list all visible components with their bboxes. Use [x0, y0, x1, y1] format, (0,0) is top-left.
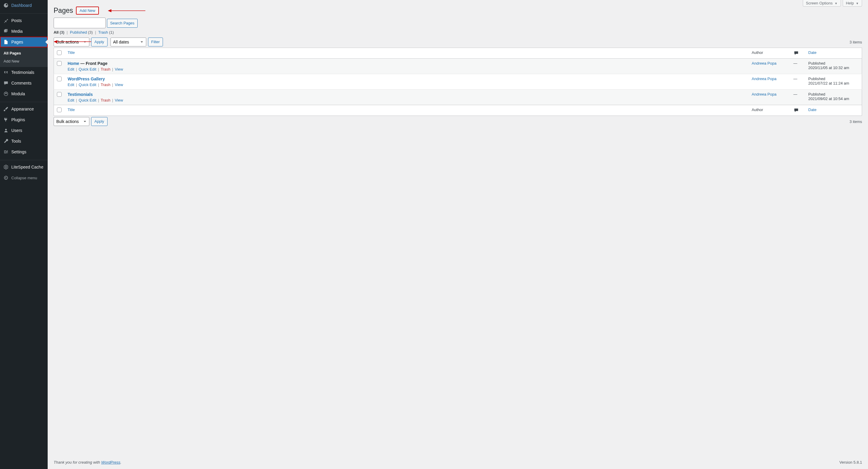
sidebar-item-dashboard[interactable]: Dashboard: [0, 0, 48, 11]
column-title[interactable]: Title: [68, 107, 75, 112]
items-count: 3 items: [849, 40, 862, 44]
sidebar-item-modula[interactable]: Modula: [0, 88, 48, 99]
top-tabs: Screen Options ▼ Help ▼: [54, 0, 862, 6]
collapse-menu[interactable]: Collapse menu: [0, 173, 48, 183]
select-all-checkbox[interactable]: [57, 107, 62, 112]
sidebar-item-pages[interactable]: Pages: [0, 37, 48, 48]
pages-table: Title Author Date Home — Front Page Edit…: [54, 48, 862, 116]
filter-published[interactable]: Published (3): [70, 30, 93, 35]
apply-button[interactable]: Apply: [91, 117, 107, 126]
sidebar-item-comments[interactable]: Comments: [0, 78, 48, 88]
screen-options-tab[interactable]: Screen Options ▼: [803, 0, 841, 6]
sidebar-item-tools[interactable]: Tools: [0, 136, 48, 147]
sidebar-item-posts[interactable]: Posts: [0, 15, 48, 26]
quick-edit-link[interactable]: Quick Edit: [79, 98, 96, 102]
row-title-link[interactable]: Home — Front Page: [68, 61, 107, 66]
footer-version: Version 5.8.1: [839, 460, 862, 465]
sidebar-item-label: Modula: [11, 91, 25, 96]
row-title-link[interactable]: WordPress Gallery: [68, 76, 105, 81]
edit-link[interactable]: Edit: [68, 98, 74, 102]
quick-edit-link[interactable]: Quick Edit: [79, 67, 96, 71]
dashboard-icon: [3, 2, 9, 8]
column-comments[interactable]: [790, 105, 805, 116]
author-link[interactable]: Andreea Popa: [752, 61, 777, 65]
sidebar-item-testimonials[interactable]: Testimonials: [0, 67, 48, 78]
sidebar-item-label: Plugins: [11, 117, 25, 122]
user-icon: [3, 127, 9, 133]
view-link[interactable]: View: [115, 98, 123, 102]
row-title-link[interactable]: Testimonials: [68, 92, 93, 97]
brush-icon: [3, 106, 9, 112]
search-box: Search Pages: [54, 18, 862, 28]
select-all-checkbox[interactable]: [57, 50, 62, 55]
quote-icon: [3, 69, 9, 75]
sidebar-item-media[interactable]: Media: [0, 26, 48, 37]
wordpress-link[interactable]: WordPress: [101, 460, 120, 465]
separator: |: [65, 30, 69, 35]
edit-link[interactable]: Edit: [68, 83, 74, 87]
menu-separator: [0, 101, 48, 102]
comment-icon: [3, 80, 9, 86]
bulk-actions-select[interactable]: Bulk actions: [54, 117, 89, 126]
sidebar-item-litespeed[interactable]: LiteSpeed Cache: [0, 162, 48, 173]
sidebar-submenu-pages: All Pages Add New: [0, 48, 48, 67]
add-new-button[interactable]: Add New: [76, 6, 99, 14]
row-checkbox[interactable]: [57, 76, 62, 81]
sidebar-item-label: Testimonials: [11, 70, 34, 75]
search-input[interactable]: [54, 18, 106, 28]
submenu-all-pages[interactable]: All Pages: [0, 49, 48, 57]
comment-icon: [794, 107, 803, 113]
author-link[interactable]: Andreea Popa: [752, 92, 777, 96]
footer-thanks: Thank you for creating with WordPress.: [54, 460, 122, 465]
row-checkbox[interactable]: [57, 61, 62, 66]
menu-separator: [0, 159, 48, 160]
column-author: Author: [749, 48, 790, 59]
date-cell: Published 2021/07/22 at 11:24 am: [805, 74, 862, 90]
page-icon: [3, 39, 9, 45]
sidebar-item-settings[interactable]: Settings: [0, 147, 48, 157]
trash-link[interactable]: Trash: [101, 83, 111, 87]
quick-edit-link[interactable]: Quick Edit: [79, 83, 96, 87]
trash-link[interactable]: Trash: [101, 67, 111, 71]
svg-marker-5: [54, 40, 57, 43]
sidebar-item-users[interactable]: Users: [0, 125, 48, 136]
sidebar-item-plugins[interactable]: Plugins: [0, 114, 48, 125]
column-date[interactable]: Date: [808, 50, 816, 55]
sidebar-item-label: Tools: [11, 139, 21, 144]
filter-button[interactable]: Filter: [148, 37, 163, 46]
edit-link[interactable]: Edit: [68, 67, 74, 71]
column-comments[interactable]: [790, 48, 805, 59]
chevron-down-icon: ▼: [856, 2, 859, 5]
sidebar-item-label: Comments: [11, 81, 32, 86]
chevron-down-icon: ▼: [835, 2, 838, 5]
date-cell: Published 2021/09/02 at 10:54 am: [805, 90, 862, 105]
help-tab[interactable]: Help ▼: [843, 0, 862, 6]
column-date[interactable]: Date: [808, 107, 816, 112]
column-author: Author: [749, 105, 790, 116]
apply-button[interactable]: Apply: [91, 37, 107, 46]
sidebar-item-label: Dashboard: [11, 3, 32, 8]
view-link[interactable]: View: [115, 83, 123, 87]
svg-point-3: [4, 176, 7, 179]
row-actions: Edit | Quick Edit | Trash | View: [68, 83, 746, 87]
plug-icon: [3, 117, 9, 123]
svg-point-0: [5, 30, 5, 31]
svg-point-2: [5, 129, 6, 130]
sidebar-item-label: Appearance: [11, 106, 34, 112]
filter-all[interactable]: All (3): [54, 30, 64, 35]
view-link[interactable]: View: [115, 67, 123, 71]
sidebar-item-appearance[interactable]: Appearance: [0, 104, 48, 114]
trash-link[interactable]: Trash: [101, 98, 111, 102]
search-button[interactable]: Search Pages: [107, 19, 138, 28]
comment-icon: [794, 50, 803, 56]
wrench-icon: [3, 138, 9, 144]
column-title[interactable]: Title: [68, 50, 75, 55]
comments-cell: —: [790, 90, 805, 105]
row-checkbox[interactable]: [57, 92, 62, 97]
author-link[interactable]: Andreea Popa: [752, 76, 777, 81]
sidebar-item-label: Media: [11, 29, 23, 34]
separator: |: [94, 30, 97, 35]
submenu-add-new[interactable]: Add New: [0, 57, 48, 65]
filter-trash[interactable]: Trash (1): [98, 30, 114, 35]
date-filter-select[interactable]: All dates: [111, 37, 146, 46]
